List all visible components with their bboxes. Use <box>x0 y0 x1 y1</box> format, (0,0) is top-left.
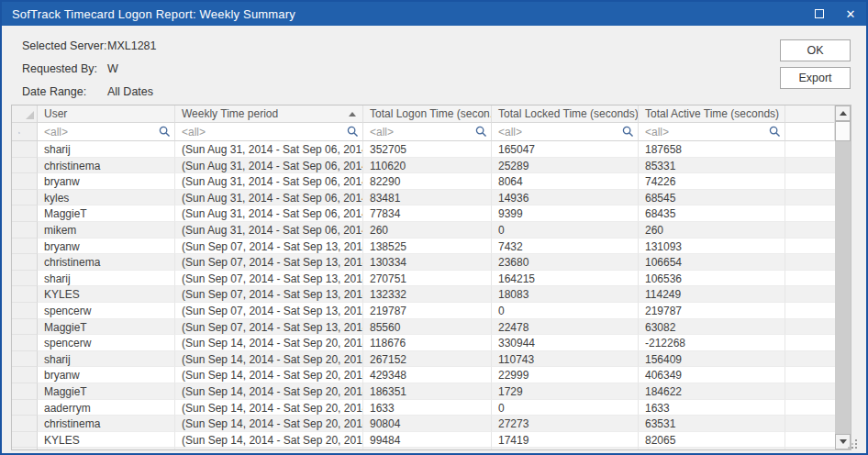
filter-locked[interactable]: <all> <box>492 123 639 141</box>
table-row[interactable]: bryanw(Sun Sep 14, 2014 - Sat Sep 20, 20… <box>12 367 835 383</box>
cell-logon: 267152 <box>363 351 492 368</box>
cell-period: (Sun Sep 14, 2014 - Sat Sep 20, 2014) <box>175 367 363 383</box>
table-row[interactable]: KYLES(Sun Sep 14, 2014 - Sat Sep 20, 201… <box>12 432 835 449</box>
row-indicator[interactable] <box>12 239 38 255</box>
vertical-scrollbar[interactable] <box>835 105 851 449</box>
table-row[interactable]: spencerw(Sun Sep 14, 2014 - Sat Sep 20, … <box>12 335 835 351</box>
scrollbar-thumb[interactable] <box>835 121 851 141</box>
cell-user: KYLES <box>38 432 175 449</box>
date-range-label: Date Range: <box>22 85 107 98</box>
table-row[interactable]: kyles(Sun Aug 31, 2014 - Sat Sep 06, 201… <box>12 190 835 206</box>
row-indicator[interactable] <box>12 141 38 158</box>
report-grid: User Weekly Time period Total Logon Time… <box>11 105 851 450</box>
cell-period: (Sun Sep 07, 2014 - Sat Sep 13, 2014) <box>175 286 363 303</box>
search-icon[interactable] <box>159 126 171 138</box>
header-corner-cell[interactable] <box>12 105 38 123</box>
table-row[interactable]: MaggieT(Sun Sep 14, 2014 - Sat Sep 20, 2… <box>12 383 835 400</box>
table-row[interactable]: christinema(Sun Sep 07, 2014 - Sat Sep 1… <box>12 254 835 271</box>
column-header-locked[interactable]: Total Locked Time (seconds) <box>492 105 639 123</box>
table-row[interactable]: christinema(Sun Sep 14, 2014 - Sat Sep 2… <box>12 416 835 432</box>
resize-grip[interactable] <box>848 439 858 449</box>
table-row[interactable]: spencerw(Sun Sep 07, 2014 - Sat Sep 13, … <box>12 303 835 319</box>
row-indicator[interactable] <box>12 448 38 449</box>
table-row[interactable]: sharij(Sun Sep 14, 2014 - Sat Sep 20, 20… <box>12 351 835 368</box>
cell-period: (Sun Sep 07, 2014 - Sat Sep 13, 2014) <box>175 303 363 319</box>
filter-user[interactable]: <all> <box>38 123 175 141</box>
row-indicator[interactable] <box>12 222 38 239</box>
filter-period[interactable]: <all> <box>175 123 363 141</box>
cell-locked: 330944 <box>492 335 639 351</box>
row-indicator[interactable] <box>12 351 38 368</box>
title-bar[interactable]: SofTrack Timecard Logon Report: Weekly S… <box>2 2 866 26</box>
cell-locked: 17419 <box>492 432 639 449</box>
table-row[interactable]: christinema(Sun Aug 31, 2014 - Sat Sep 0… <box>12 158 835 174</box>
table-row[interactable]: sharij(Sun Aug 31, 2014 - Sat Sep 06, 20… <box>12 141 835 158</box>
search-icon[interactable] <box>769 126 781 138</box>
ok-button[interactable]: OK <box>780 39 851 61</box>
search-icon[interactable] <box>475 126 487 138</box>
filter-active[interactable]: <all> <box>639 123 785 141</box>
row-indicator[interactable] <box>12 416 38 432</box>
cell-user: spencerw <box>38 303 175 319</box>
cell-active: 82065 <box>639 432 785 449</box>
table-row[interactable]: MaggieT(Sun Aug 31, 2014 - Sat Sep 06, 2… <box>12 205 835 222</box>
search-icon[interactable] <box>622 126 634 138</box>
row-indicator[interactable] <box>12 383 38 400</box>
row-indicator[interactable] <box>12 158 38 174</box>
header-row: User Weekly Time period Total Logon Time… <box>12 105 835 123</box>
table-row[interactable]: mikem(Sun Aug 31, 2014 - Sat Sep 06, 201… <box>12 222 835 239</box>
scrollbar-track[interactable] <box>835 141 851 434</box>
column-header-user[interactable]: User <box>38 105 175 123</box>
table-row[interactable]: bryanw(Sun Aug 31, 2014 - Sat Sep 06, 20… <box>12 173 835 190</box>
filter-row-indicator[interactable] <box>12 123 38 141</box>
row-indicator[interactable] <box>12 432 38 449</box>
sort-ascending-icon <box>349 112 356 117</box>
table-row[interactable]: bryanw(Sun Sep 07, 2014 - Sat Sep 13, 20… <box>12 239 835 255</box>
row-indicator[interactable] <box>12 303 38 319</box>
row-indicator[interactable] <box>12 367 38 383</box>
row-indicator[interactable] <box>12 190 38 206</box>
cell-period: (Sun Sep 14, 2014 - Sat Sep 20, 2014) <box>175 351 363 368</box>
dialog-window: SofTrack Timecard Logon Report: Weekly S… <box>0 0 868 455</box>
info-row-requested-by: Requested By: W <box>22 62 157 75</box>
search-icon[interactable] <box>347 126 359 138</box>
scroll-up-button[interactable] <box>835 105 851 121</box>
cell-logon: 99484 <box>363 432 492 449</box>
column-header-period[interactable]: Weekly Time period <box>175 105 363 123</box>
cell-user: christinema <box>38 158 175 174</box>
table-row[interactable]: aaderrym(Sun Sep 14, 2014 - Sat Sep 20, … <box>12 400 835 416</box>
cell-filler <box>785 286 835 303</box>
cell-filler <box>785 190 835 206</box>
table-row[interactable]: MaggieT(Sun Sep 07, 2014 - Sat Sep 13, 2… <box>12 319 835 336</box>
cell-filler <box>785 367 835 383</box>
row-indicator[interactable] <box>12 271 38 287</box>
row-indicator[interactable] <box>12 319 38 336</box>
cell-active: 184622 <box>639 383 785 400</box>
cell-user: spencerw <box>38 335 175 351</box>
cell-period: (Sun Aug 31, 2014 - Sat Sep 06, 2014) <box>175 173 363 190</box>
cell-filler <box>785 141 835 158</box>
cell-logon: 138525 <box>363 239 492 255</box>
cell-user: sharij <box>38 351 175 368</box>
row-indicator[interactable] <box>12 173 38 190</box>
row-indicator[interactable] <box>12 286 38 303</box>
column-header-active[interactable]: Total Active Time (seconds) <box>639 105 785 123</box>
table-row[interactable]: KYLES(Sun Sep 07, 2014 - Sat Sep 13, 201… <box>12 286 835 303</box>
row-indicator[interactable] <box>12 205 38 222</box>
date-range-value: All Dates <box>107 85 153 98</box>
filter-logon[interactable]: <all> <box>363 123 492 141</box>
column-header-logon[interactable]: Total Logon Time (secon... <box>363 105 492 123</box>
export-button[interactable]: Export <box>780 67 851 89</box>
row-indicator[interactable] <box>12 254 38 271</box>
maximize-button[interactable] <box>804 2 835 26</box>
row-indicator[interactable] <box>12 335 38 351</box>
table-row[interactable]: kyles(Sun Sep 21, 2014 - Sat Sep 27, 201… <box>12 448 835 449</box>
cell-period: (Sun Sep 07, 2014 - Sat Sep 13, 2014) <box>175 239 363 255</box>
close-icon: ✕ <box>846 8 856 20</box>
cell-active: 219787 <box>639 303 785 319</box>
cell-filler <box>785 303 835 319</box>
row-indicator[interactable] <box>12 400 38 416</box>
table-row[interactable]: sharij(Sun Sep 07, 2014 - Sat Sep 13, 20… <box>12 271 835 287</box>
maximize-icon <box>815 9 824 18</box>
close-button[interactable]: ✕ <box>835 2 866 26</box>
